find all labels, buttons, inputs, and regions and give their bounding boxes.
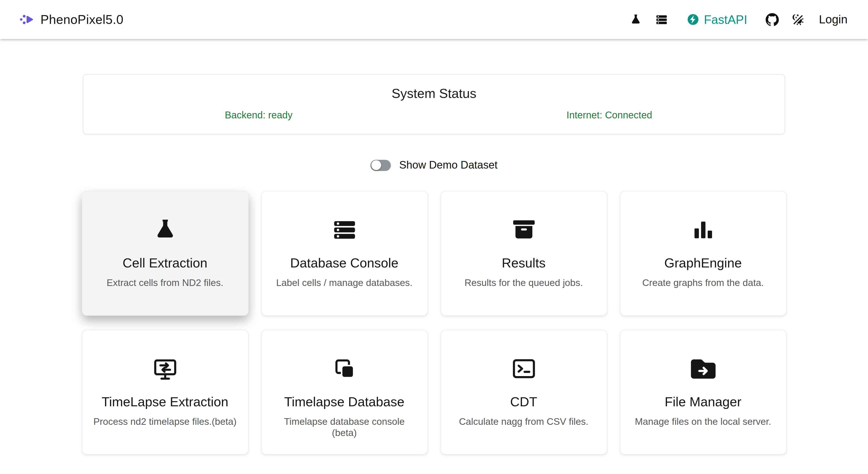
- display-arrows-icon: [152, 356, 178, 382]
- page: PhenoPixel5.0: [0, 0, 868, 474]
- list-icon[interactable]: [655, 13, 669, 26]
- system-status-card: System Status Backend: ready Internet: C…: [83, 74, 785, 134]
- card-title: CDT: [510, 394, 537, 410]
- internet-status: Internet: Connected: [434, 109, 785, 121]
- card-subtitle: Manage files on the local server.: [635, 416, 771, 427]
- navbar: PhenoPixel5.0: [0, 0, 868, 39]
- card-title: Results: [502, 256, 546, 271]
- demo-dataset-toggle-label: Show Demo Dataset: [399, 159, 498, 171]
- brand-title: PhenoPixel5.0: [40, 12, 124, 27]
- navbar-actions: FastAPI Login: [629, 12, 847, 27]
- flask-icon: [152, 217, 178, 243]
- bar-chart-icon: [690, 217, 716, 243]
- card-subtitle: Results for the queued jobs.: [464, 277, 583, 288]
- backend-status: Backend: ready: [83, 109, 434, 121]
- card-subtitle: Timelapse database console (beta): [271, 416, 417, 438]
- card-subtitle: Calculate nagg from CSV files.: [459, 416, 588, 427]
- card-subtitle: Create graphs from the data.: [642, 277, 764, 288]
- feature-cards-grid: Cell Extraction Extract cells from ND2 f…: [82, 191, 786, 454]
- system-status-row: Backend: ready Internet: Connected: [83, 109, 785, 121]
- fastapi-label: FastAPI: [704, 12, 747, 27]
- login-link[interactable]: Login: [819, 13, 847, 26]
- demo-toggle-row: Show Demo Dataset: [0, 159, 868, 171]
- card-database-console[interactable]: Database Console Label cells / manage da…: [261, 191, 428, 316]
- system-status-title: System Status: [83, 86, 785, 101]
- card-cell-extraction[interactable]: Cell Extraction Extract cells from ND2 f…: [82, 191, 248, 316]
- card-results[interactable]: Results Results for the queued jobs.: [440, 191, 607, 316]
- flask-icon[interactable]: [629, 13, 643, 26]
- copy-icon: [331, 356, 358, 382]
- list-icon: [331, 217, 358, 243]
- card-subtitle: Label cells / manage databases.: [276, 277, 412, 288]
- demo-dataset-toggle[interactable]: [370, 160, 391, 171]
- toggle-knob: [371, 160, 381, 170]
- card-title: Cell Extraction: [123, 256, 207, 271]
- card-subtitle: Extract cells from ND2 files.: [107, 277, 223, 288]
- card-title: TimeLapse Extraction: [102, 394, 228, 410]
- fastapi-link[interactable]: FastAPI: [687, 12, 747, 27]
- card-cdt[interactable]: CDT Calculate nagg from CSV files.: [440, 330, 607, 454]
- card-subtitle: Process nd2 timelapse files.(beta): [93, 416, 236, 427]
- card-title: File Manager: [664, 394, 741, 410]
- card-title: Timelapse Database: [284, 394, 404, 410]
- card-graphengine[interactable]: GraphEngine Create graphs from the data.: [620, 191, 786, 316]
- phenopixel-logo-icon: [19, 12, 33, 27]
- card-title: Database Console: [290, 256, 398, 271]
- terminal-icon: [510, 356, 537, 382]
- card-timelapse-extraction[interactable]: TimeLapse Extraction Process nd2 timelap…: [82, 330, 248, 454]
- theme-toggle-icon[interactable]: [792, 13, 805, 26]
- fastapi-logo-icon: [687, 13, 700, 26]
- card-timelapse-database[interactable]: Timelapse Database Timelapse database co…: [261, 330, 428, 454]
- brand-link[interactable]: PhenoPixel5.0: [19, 12, 124, 27]
- github-icon[interactable]: [766, 13, 779, 26]
- card-file-manager[interactable]: File Manager Manage files on the local s…: [620, 330, 786, 454]
- archive-icon: [510, 217, 537, 243]
- card-title: GraphEngine: [664, 256, 742, 271]
- folder-arrow-icon: [690, 356, 716, 382]
